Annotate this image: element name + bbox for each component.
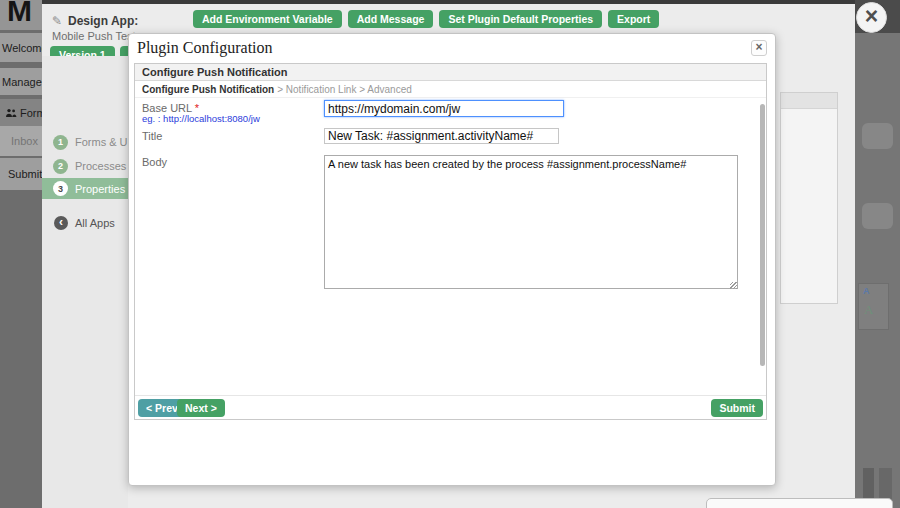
nav-item-form[interactable]: Form (0, 99, 42, 126)
nav-item-label: Submit (8, 168, 42, 180)
submit-button[interactable]: Submit (711, 399, 763, 417)
base-url-input[interactable] (324, 100, 564, 117)
font-letter-large: A (864, 302, 873, 318)
step-processes[interactable]: 2 Processes (42, 156, 128, 176)
close-icon: × (865, 3, 878, 29)
app-nav-sidebar: M Welcome Manage F Form Inbox Submit (0, 0, 42, 508)
screen: M Welcome Manage F Form Inbox Submit ✎ D… (0, 0, 900, 508)
step-properties-export-active[interactable]: 3 Properties & E (42, 178, 128, 199)
design-app-name: Mobile Push Test (52, 30, 136, 42)
nav-item-inbox[interactable]: Inbox (0, 126, 42, 156)
title-input[interactable] (324, 128, 559, 144)
overlay-close-button[interactable]: × (856, 2, 887, 33)
design-app-title: Design App: (68, 14, 138, 28)
nav-item-manage[interactable]: Manage F (0, 68, 42, 95)
bottom-right-popup-partial (706, 498, 893, 508)
dimmed-button (862, 203, 893, 229)
dimmed-button (862, 123, 893, 149)
nav-item-label: Welcome (2, 42, 42, 54)
dialog-close-button[interactable]: × (751, 40, 767, 56)
back-arrow-icon: ‹ (54, 216, 68, 230)
dimmed-font-widget: A A (858, 283, 889, 330)
base-url-hint: eg. : http://localhost:8080/jw (142, 113, 260, 124)
design-steps-sidebar: 1 Forms & UI 2 Processes 3 Properties & … (42, 56, 128, 508)
wizard-footer: < Prev Next > Submit (135, 395, 766, 419)
nav-item-welcome[interactable]: Welcome (0, 33, 42, 62)
add-message-button[interactable]: Add Message (348, 10, 434, 28)
step-forms-ui[interactable]: 1 Forms & UI (42, 132, 128, 152)
step-number-circle: 1 (53, 135, 68, 150)
all-apps-link[interactable]: ‹ All Apps (42, 212, 128, 234)
nav-item-label: Form (20, 107, 42, 119)
next-button[interactable]: Next > (177, 399, 225, 417)
step-label: Forms & UI (75, 136, 131, 148)
wizard-header: Configure Push Notification (135, 64, 766, 81)
app-logo: M (0, 0, 42, 30)
plugin-wizard-panel: Configure Push Notification Configure Pu… (134, 63, 767, 420)
breadcrumb-current: Configure Push Notification (142, 84, 274, 95)
breadcrumb: Configure Push Notification> Notificatio… (135, 81, 766, 98)
users-icon (5, 108, 17, 118)
title-label: Title (142, 130, 162, 142)
nav-item-label: Manage F (2, 76, 42, 88)
set-plugin-default-properties-button[interactable]: Set Plugin Default Properties (439, 10, 602, 28)
nav-item-submit[interactable]: Submit (0, 158, 42, 190)
body-textarea[interactable]: A new task has been created by the proce… (324, 155, 738, 289)
add-environment-variable-button[interactable]: Add Environment Variable (193, 10, 342, 28)
step-number-circle: 2 (53, 159, 68, 174)
plugin-configuration-dialog: Plugin Configuration × Configure Push No… (128, 33, 776, 486)
dim-overlay-right: A A (855, 0, 900, 508)
wizard-scrollbar[interactable] (760, 104, 765, 366)
app-toolbar: Add Environment Variable Add Message Set… (193, 10, 659, 28)
breadcrumb-rest: > Notification Link > Advanced (277, 84, 412, 95)
body-label: Body (142, 156, 167, 168)
dialog-title: Plugin Configuration (137, 39, 273, 57)
textarea-resize-grip[interactable] (730, 282, 737, 289)
step-label: Processes (75, 160, 126, 172)
background-panel-header (781, 93, 837, 109)
step-number-circle: 3 (53, 181, 68, 196)
background-properties-panel (780, 92, 838, 304)
edit-pencil-icon: ✎ (52, 14, 62, 28)
nav-item-label: Inbox (11, 135, 38, 147)
all-apps-label: All Apps (75, 217, 115, 229)
export-button[interactable]: Export (608, 10, 659, 28)
close-icon: × (755, 40, 762, 54)
logo-letter: M (7, 0, 32, 28)
font-letter-small: A (863, 286, 870, 296)
